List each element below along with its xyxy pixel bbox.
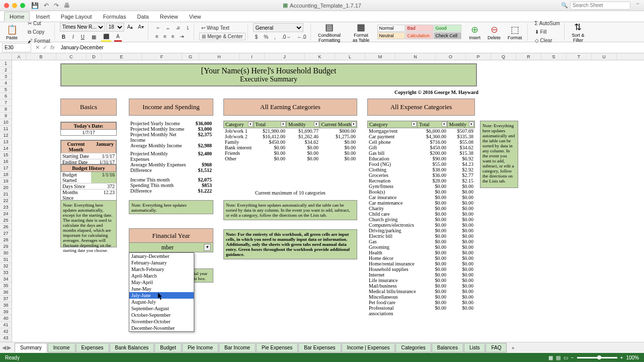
filter-arrow-icon[interactable]: ▾ xyxy=(412,122,417,127)
decrease-font-button[interactable]: A▾ xyxy=(136,23,146,32)
sheet-tab-pie-expenses[interactable]: Pie Expenses xyxy=(256,343,298,352)
align-top-button[interactable]: ⫟ xyxy=(153,24,163,32)
tab-page-layout[interactable]: Page Layout xyxy=(56,12,97,21)
number-format-select[interactable]: General xyxy=(253,23,303,32)
paste-button[interactable]: 📋Paste xyxy=(3,23,21,41)
indent-button[interactable]: ⇥ xyxy=(178,33,186,40)
underline-button[interactable]: U xyxy=(79,33,87,42)
sheet-tab-summary[interactable]: Summary xyxy=(15,343,47,352)
enter-formula-icon[interactable]: ✓ xyxy=(43,44,47,51)
normal-view-icon[interactable]: ▦ xyxy=(548,355,553,360)
align-center-button[interactable]: ≡ xyxy=(162,33,169,40)
sheet-tab-lists[interactable]: Lists xyxy=(464,343,486,352)
financial-year-select[interactable]: mber ▾ xyxy=(129,242,213,252)
fill-color-button[interactable]: ⬛ xyxy=(101,33,111,42)
merge-center-button[interactable]: ⊞Merge & Center xyxy=(199,33,246,40)
sheet-tab-bar-expenses[interactable]: Bar Expenses xyxy=(298,343,341,352)
page-layout-view-icon[interactable]: ▤ xyxy=(556,355,560,360)
bold-button[interactable]: B xyxy=(60,33,67,42)
increase-decimal-button[interactable]: .0→ xyxy=(280,33,293,41)
chevron-down-icon[interactable]: ▾ xyxy=(204,244,211,251)
filter-arrow-icon[interactable]: ▾ xyxy=(248,122,253,127)
comma-button[interactable]: , xyxy=(272,33,278,41)
format-cells-button[interactable]: ⬚Format xyxy=(505,23,525,41)
fy-option[interactable]: June-May xyxy=(129,286,194,292)
currency-button[interactable]: $ xyxy=(253,33,260,41)
tab-data[interactable]: Data xyxy=(132,12,153,21)
align-left-button[interactable]: ≡ xyxy=(153,33,160,40)
wrap-text-button[interactable]: ↩Wrap Text xyxy=(199,24,246,32)
zoom-slider[interactable] xyxy=(577,357,617,358)
fy-option[interactable]: March-February xyxy=(129,266,194,273)
search-input[interactable] xyxy=(570,2,630,10)
quick-access-toolbar[interactable]: 💾↶↷🖶 xyxy=(31,2,70,9)
delete-cells-button[interactable]: ⊖Delete xyxy=(485,23,504,41)
fx-icon[interactable]: fx xyxy=(50,44,55,51)
add-sheet-button[interactable]: + xyxy=(507,345,518,351)
filter-arrow-icon[interactable]: ▾ xyxy=(469,122,474,127)
traffic-lights[interactable] xyxy=(4,3,25,8)
fy-option[interactable]: September-August xyxy=(129,305,194,312)
font-size-select[interactable]: 18 xyxy=(106,23,124,32)
fy-option[interactable]: February-January xyxy=(129,259,194,266)
sheet-tab-faq[interactable]: FAQ xyxy=(486,343,507,352)
filter-arrow-icon[interactable]: ▾ xyxy=(281,122,286,127)
tab-formulas[interactable]: Formulas xyxy=(98,12,131,21)
zoom-out-button[interactable]: − xyxy=(571,355,574,360)
tab-review[interactable]: Review xyxy=(155,12,183,21)
sheet-tab-bank-balances[interactable]: Bank Balances xyxy=(110,343,154,352)
format-as-table-button[interactable]: ▦Format as Table xyxy=(348,21,374,44)
align-bottom-button[interactable]: ⫡ xyxy=(174,24,183,32)
border-button[interactable]: ▦ xyxy=(90,33,98,42)
align-middle-button[interactable]: ⫠ xyxy=(164,24,173,32)
page-break-view-icon[interactable]: ▭ xyxy=(564,355,568,360)
filter-arrow-icon[interactable]: ▾ xyxy=(442,122,447,127)
fill-button[interactable]: ⬇ Fill xyxy=(533,28,562,36)
fy-option[interactable]: July-June xyxy=(129,292,194,299)
fy-option[interactable]: August-July xyxy=(129,299,194,305)
spreadsheet-grid[interactable]: ABCDEFGHIJKLMNOPQRSTU 123456789101112131… xyxy=(0,53,644,342)
expense-table[interactable]: Category▾Total▾Monthly▾Mortgage/rent$6,6… xyxy=(367,121,475,316)
decrease-decimal-button[interactable]: ←.0 xyxy=(295,33,308,41)
orientation-button[interactable]: ⤹ xyxy=(184,24,192,32)
fy-option[interactable]: May-April xyxy=(129,279,194,286)
cut-button[interactable]: ✂Cut xyxy=(26,20,52,27)
earning-table[interactable]: Category▾Total▾Monthly▾Current Month▾Job… xyxy=(223,121,357,161)
zoom-level[interactable]: 100% xyxy=(626,355,639,360)
increase-font-button[interactable]: A▴ xyxy=(125,23,135,32)
align-right-button[interactable]: ≡ xyxy=(170,33,177,40)
conditional-formatting-button[interactable]: ▤Conditional Formatting xyxy=(314,21,345,44)
filter-arrow-icon[interactable]: ▾ xyxy=(351,122,356,127)
percent-button[interactable]: % xyxy=(262,33,270,41)
fy-option[interactable]: January-December xyxy=(129,253,194,259)
fy-option[interactable]: October-September xyxy=(129,312,194,318)
fy-option[interactable]: December-November xyxy=(129,325,194,331)
sheet-tab-categories[interactable]: Categories xyxy=(395,343,431,352)
cancel-formula-icon[interactable]: ✕ xyxy=(35,44,40,51)
font-family-select[interactable]: Times New R... xyxy=(60,23,105,32)
insert-cells-button[interactable]: ⊕Insert xyxy=(466,23,484,41)
fy-option[interactable]: November-October xyxy=(129,318,194,325)
filter-arrow-icon[interactable]: ▾ xyxy=(314,122,319,127)
financial-year-dropdown[interactable]: January-DecemberFebruary-JanuaryMarch-Fe… xyxy=(129,252,194,332)
row-headers[interactable]: 1234567891011121314151617181920212223242… xyxy=(0,60,12,342)
fy-option[interactable]: April-March xyxy=(129,273,194,279)
sort-filter-button[interactable]: ⇅Sort & Filter xyxy=(568,21,589,44)
sheet-tab-balances[interactable]: Balances xyxy=(432,343,463,352)
sheet-tab-income---expenses[interactable]: Income | Expenses xyxy=(342,343,395,352)
sheet-tab-income[interactable]: Income xyxy=(48,343,75,352)
name-box[interactable] xyxy=(2,43,31,52)
autosum-button[interactable]: Σ AutoSum xyxy=(533,20,562,27)
cell-styles[interactable]: Normal Bad Good Neutral Calculation Chec… xyxy=(377,25,461,39)
sheet-tab-expenses[interactable]: Expenses xyxy=(76,343,109,352)
tab-view[interactable]: View xyxy=(184,12,206,21)
font-color-button[interactable]: A xyxy=(114,33,122,42)
sheet-tab-pie-income[interactable]: Pie Income xyxy=(182,343,218,352)
copy-button[interactable]: ⧉Copy xyxy=(26,28,52,36)
sheet-tab-bar-income[interactable]: Bar Income xyxy=(219,343,256,352)
column-headers[interactable]: ABCDEFGHIJKLMNOPQRSTU xyxy=(0,53,644,60)
sheet-nav[interactable]: ◀▶ xyxy=(2,344,11,351)
sheet-tab-budget[interactable]: Budget xyxy=(154,343,182,352)
zoom-in-button[interactable]: + xyxy=(620,355,623,360)
ribbon-toggle-icon[interactable]: ⌃ xyxy=(635,2,640,9)
